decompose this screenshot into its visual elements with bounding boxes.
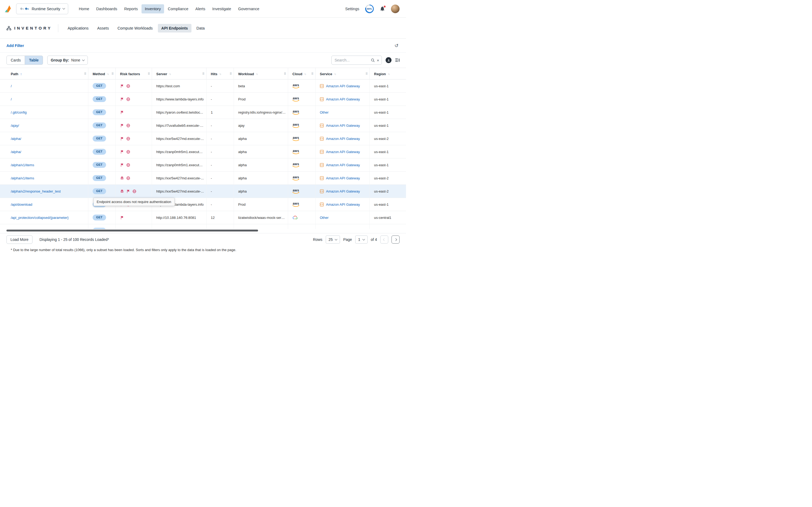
globe-risk-icon[interactable]	[126, 123, 130, 127]
flag-risk-icon[interactable]	[120, 163, 124, 167]
service-link[interactable]: Amazon API Gateway	[326, 97, 360, 101]
tab-compute-workloads[interactable]: Compute Workloads	[114, 24, 156, 33]
tab-assets[interactable]: Assets	[94, 24, 113, 33]
table-row[interactable]: /api/downloadGEThttps://www.lambda-layer…	[0, 198, 406, 211]
column-header-server[interactable]: Server↑↓⠿	[152, 68, 207, 80]
service-link[interactable]: Amazon API Gateway	[326, 84, 360, 88]
tab-api-endpoints[interactable]: API Endpoints	[158, 24, 191, 33]
flag-risk-icon[interactable]	[126, 189, 130, 193]
flag-risk-icon[interactable]	[120, 97, 124, 101]
service-link[interactable]: Amazon API Gateway	[326, 176, 360, 180]
next-page-button[interactable]	[392, 235, 400, 243]
column-header-workload[interactable]: Workload↑↓⠿	[234, 68, 288, 80]
service-link[interactable]: Other	[320, 110, 329, 114]
service-link[interactable]: Amazon API Gateway	[326, 123, 360, 127]
credits-badge[interactable]: 80%	[365, 5, 374, 13]
drag-handle-icon[interactable]: ⠿	[202, 72, 205, 76]
path-link[interactable]: /alpha/v1/items	[11, 176, 34, 180]
drag-handle-icon[interactable]: ⠿	[111, 72, 114, 76]
mask-risk-icon[interactable]	[120, 189, 124, 193]
column-header-region[interactable]: Region↑↓⠿	[370, 68, 406, 80]
flag-risk-icon[interactable]	[120, 137, 124, 141]
table-row[interactable]: /.git/configGEThttps://yaron.os4test.twi…	[0, 106, 406, 119]
path-link[interactable]: /alpha/v2/response_header_test	[11, 189, 61, 193]
table-row[interactable]: /alpha/v2/response_header_testGEThttps:/…	[0, 185, 406, 198]
globe-risk-icon[interactable]	[126, 163, 130, 167]
flag-risk-icon[interactable]	[120, 150, 124, 154]
clear-search-icon[interactable]: ×	[377, 58, 379, 62]
flag-risk-icon[interactable]	[120, 110, 124, 114]
nav-item-investigate[interactable]: Investigate	[209, 4, 234, 13]
table-row[interactable]: GET	[0, 224, 406, 229]
download-csv-icon[interactable]	[386, 57, 392, 63]
globe-risk-icon[interactable]	[132, 189, 136, 193]
drag-handle-icon[interactable]: ⠿	[148, 72, 150, 76]
user-avatar[interactable]	[391, 5, 400, 13]
search-icon[interactable]	[371, 58, 375, 62]
tab-applications[interactable]: Applications	[64, 24, 92, 33]
nav-item-home[interactable]: Home	[76, 4, 93, 13]
nav-item-inventory[interactable]: Inventory	[141, 4, 164, 13]
path-link[interactable]: /api/download	[11, 203, 32, 207]
scrollbar-thumb[interactable]	[6, 230, 258, 231]
flag-risk-icon[interactable]	[120, 216, 124, 220]
path-link[interactable]: /api_protection/collapsed/{parameter}	[11, 216, 68, 220]
column-header-service[interactable]: Service↑↓⠿	[315, 68, 370, 80]
drag-handle-icon[interactable]: ⠿	[284, 72, 286, 76]
tab-data[interactable]: Data	[193, 24, 209, 33]
brand-logo[interactable]	[4, 5, 12, 13]
service-link[interactable]: Other	[320, 216, 329, 220]
view-toggle-cards[interactable]: Cards	[6, 56, 25, 65]
table-row[interactable]: /api_protection/collapsed/{parameter}GET…	[0, 211, 406, 224]
service-link[interactable]: Amazon API Gateway	[326, 163, 360, 167]
view-toggle-table[interactable]: Table	[25, 56, 43, 65]
column-header-hits[interactable]: Hits↑↓⠿	[207, 68, 234, 80]
reset-filters-icon[interactable]: ↺	[395, 43, 399, 48]
table-row[interactable]: /alpha/v1/itemsGEThttps://zanp0mh5m1.exe…	[0, 158, 406, 172]
rows-per-page-select[interactable]: 25	[326, 235, 340, 243]
notifications-bell-icon[interactable]	[380, 6, 385, 11]
table-row[interactable]: /GEThttps://www.lambda-layers.info-Proda…	[0, 93, 406, 106]
path-link[interactable]: /alpha/v1/items	[11, 163, 34, 167]
product-selector[interactable]: Runtime Security	[16, 3, 68, 14]
service-link[interactable]: Amazon API Gateway	[326, 137, 360, 141]
column-header-risk-factors[interactable]: Risk factors⠿	[116, 68, 152, 80]
flag-risk-icon[interactable]	[120, 84, 124, 88]
table-row[interactable]: /alpha/GEThttps://xxr5w427md.execute-...…	[0, 132, 406, 145]
path-link[interactable]: /.git/config	[11, 110, 26, 114]
prev-page-button[interactable]	[380, 235, 388, 243]
globe-risk-icon[interactable]	[126, 97, 130, 101]
column-settings-icon[interactable]	[395, 58, 400, 62]
service-link[interactable]: Amazon API Gateway	[326, 189, 360, 193]
load-more-button[interactable]: Load More	[6, 235, 33, 244]
nav-item-compliance[interactable]: Compliance	[165, 4, 192, 13]
search-input[interactable]	[335, 58, 369, 62]
page-select[interactable]: 1	[355, 235, 367, 243]
add-filter-button[interactable]: Add Filter	[6, 44, 24, 48]
globe-risk-icon[interactable]	[126, 84, 130, 88]
service-link[interactable]: Amazon API Gateway	[326, 203, 360, 207]
path-link[interactable]: /	[11, 97, 12, 101]
path-link[interactable]: /alpha/	[11, 150, 21, 154]
drag-handle-icon[interactable]: ⠿	[311, 72, 313, 76]
nav-item-reports[interactable]: Reports	[121, 4, 141, 13]
drag-handle-icon[interactable]: ⠿	[84, 72, 86, 76]
nav-item-dashboards[interactable]: Dashboards	[93, 4, 120, 13]
mask-risk-icon[interactable]	[120, 176, 124, 180]
column-header-path[interactable]: Path↑⠿	[6, 68, 89, 80]
globe-risk-icon[interactable]	[126, 150, 130, 154]
globe-risk-icon[interactable]	[126, 176, 130, 180]
path-link[interactable]: /	[11, 84, 12, 88]
nav-item-governance[interactable]: Governance	[235, 4, 263, 13]
table-row[interactable]: /alpha/GEThttps://zanp0mh5m1.execute-...…	[0, 145, 406, 158]
column-header-cloud[interactable]: Cloud↑↓⠿	[288, 68, 315, 80]
drag-handle-icon[interactable]: ⠿	[365, 72, 368, 76]
path-link[interactable]: /alpha/	[11, 137, 21, 141]
nav-item-alerts[interactable]: Alerts	[192, 4, 209, 13]
column-header-method[interactable]: Method↑↓⠿	[89, 68, 116, 80]
table-row[interactable]: /alpha/v1/itemsGEThttps://xxr5w427md.exe…	[0, 172, 406, 185]
group-by-dropdown[interactable]: Group By: None	[47, 56, 88, 65]
path-link[interactable]: /ajay/	[11, 123, 19, 127]
flag-risk-icon[interactable]	[120, 229, 124, 229]
table-row[interactable]: /ajay/GEThttps://7uvafudwb5.execute-a...…	[0, 119, 406, 132]
